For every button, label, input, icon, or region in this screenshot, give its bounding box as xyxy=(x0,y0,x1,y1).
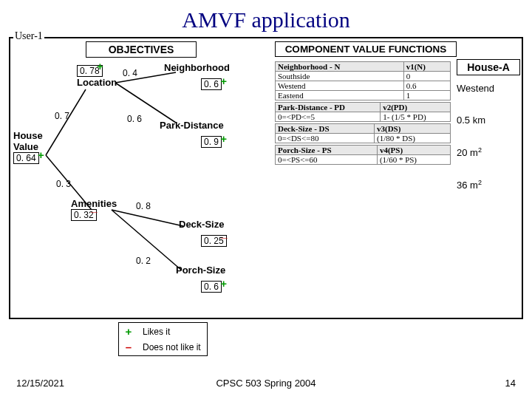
house-deck: 20 m2 xyxy=(457,146,520,158)
node-parkdist: Park-Distance xyxy=(160,120,224,131)
cvf-th: Porch-Size - PS xyxy=(276,146,378,155)
house-column: House-A Westend 0.5 km 20 m2 36 m2 xyxy=(457,41,520,212)
cvf-td: 0=<PS<=60 xyxy=(276,155,378,165)
location-label: Location xyxy=(77,77,117,88)
minus-icon: _ xyxy=(221,230,227,237)
plus-icon: + xyxy=(220,78,227,85)
node-house-value: House Value 0. 64 + xyxy=(13,130,43,164)
svg-line-0 xyxy=(46,89,86,155)
svg-line-4 xyxy=(112,210,183,226)
objectives-column: OBJECTIVES House Value 0. 64 + 0. 7 0. 3… xyxy=(12,41,270,307)
cvf-td: 1- (1/5 * PD) xyxy=(381,112,451,122)
cvf-th: v2(PD) xyxy=(381,103,451,112)
parkdist-label: Park-Distance xyxy=(160,120,224,131)
porchsize-value: 0. 6 + xyxy=(201,281,222,293)
parkdist-value-number: 0. 9 xyxy=(204,137,219,147)
edge-weight-amenities: 0. 3 xyxy=(56,179,71,189)
footer-course: CPSC 503 Spring 2004 xyxy=(0,378,532,389)
house-neighborhood: Westend xyxy=(457,83,520,94)
neighborhood-label: Neighborhood xyxy=(164,62,230,73)
node-neighborhood: Neighborhood xyxy=(164,62,230,73)
plus-icon: + xyxy=(220,135,227,143)
cvf-table-parkdist: Park-Distance - PDv2(PD) 0=<PD<=51- (1/5… xyxy=(275,102,451,122)
cvf-th: v4(PS) xyxy=(377,146,450,155)
edge-weight-neighborhood: 0. 4 xyxy=(123,68,137,78)
edge-weight-porch: 0. 2 xyxy=(136,256,151,266)
cvf-td: (1/60 * PS) xyxy=(377,155,450,165)
cvf-td: 0.6 xyxy=(403,81,450,91)
legend-dislikes: Does not like it xyxy=(138,340,205,354)
parkdist-value-box: 0. 9 + xyxy=(201,136,222,148)
user-label: User-1 xyxy=(13,30,44,42)
house-value-box: 0. 64 + xyxy=(13,152,39,164)
svg-line-3 xyxy=(115,83,176,123)
cvf-table-deck: Deck-Size - DSv3(DS) 0=<DS<=80(1/80 * DS… xyxy=(275,123,451,143)
house-header: House-A xyxy=(457,59,520,75)
legend: + Likes it – Does not like it xyxy=(118,322,208,356)
porchsize-label: Porch-Size xyxy=(176,265,225,276)
node-porchsize: Porch-Size xyxy=(176,265,225,276)
plus-icon: + xyxy=(120,324,137,338)
cvf-th: Neighborhood - N xyxy=(276,62,404,72)
location-value-box: 0. 78 + xyxy=(77,65,103,77)
cvf-table-neighborhood: Neighborhood - Nv1(N) Southside0 Westend… xyxy=(275,61,451,100)
cvf-td: Westend xyxy=(276,81,404,91)
cvf-td: (1/80 * DS) xyxy=(374,134,450,143)
cvf-th: Deck-Size - DS xyxy=(276,124,375,134)
house-porch: 36 m2 xyxy=(457,179,520,191)
node-amenities: Amenities 0. 32 _ xyxy=(71,198,117,221)
plus-icon: + xyxy=(38,151,44,159)
cvf-td: 0 xyxy=(403,72,450,81)
cvf-td: 0=<DS<=80 xyxy=(276,134,375,143)
parkdist-value: 0. 9 + xyxy=(201,136,222,148)
neighborhood-value: 0. 6 + xyxy=(201,78,222,90)
house-value-number: 0. 64 xyxy=(16,153,36,163)
decksize-label: Deck-Size xyxy=(179,219,224,230)
decksize-value: 0. 25 _ xyxy=(201,235,227,247)
edge-weight-deck: 0. 8 xyxy=(136,201,151,211)
cvf-table-porch: Porch-Size - PSv4(PS) 0=<PS<=60(1/60 * P… xyxy=(275,145,451,165)
footer-page: 14 xyxy=(505,378,516,389)
user-panel: User-1 OBJECTIVES House Value 0. 64 + 0.… xyxy=(9,37,523,319)
neighborhood-value-box: 0. 6 + xyxy=(201,78,222,90)
node-decksize: Deck-Size xyxy=(179,219,224,230)
plus-icon: + xyxy=(97,63,103,70)
edge-weight-location: 0. 7 xyxy=(55,111,69,121)
cvf-th: v1(N) xyxy=(403,62,450,72)
amenities-value-box: 0. 32 _ xyxy=(71,209,97,221)
cvf-td: Southside xyxy=(276,72,404,81)
slide-title: AMVF application xyxy=(0,0,532,37)
cvf-column: COMPONENT VALUE FUNCTIONS Neighborhood -… xyxy=(275,41,457,166)
node-location: 0. 78 + Location xyxy=(77,65,117,88)
decksize-value-box: 0. 25 _ xyxy=(201,235,227,247)
tree-lines xyxy=(12,41,270,307)
porchsize-value-box: 0. 6 + xyxy=(201,281,222,293)
plus-icon: + xyxy=(220,280,227,287)
edge-weight-parkdist: 0. 6 xyxy=(127,114,142,124)
neighborhood-value-number: 0. 6 xyxy=(204,79,219,89)
minus-icon: _ xyxy=(91,204,97,211)
cvf-th: Park-Distance - PD xyxy=(276,103,381,112)
cvf-td: 0=<PD<=5 xyxy=(276,112,381,122)
house-parkdist: 0.5 km xyxy=(457,115,520,126)
porchsize-value-number: 0. 6 xyxy=(204,282,219,292)
minus-icon: – xyxy=(120,340,137,354)
cvf-td: 1 xyxy=(403,91,450,100)
cvf-th: v3(DS) xyxy=(374,124,450,134)
cvf-td: Eastend xyxy=(276,91,404,100)
legend-likes: Likes it xyxy=(138,324,205,338)
cvf-header: COMPONENT VALUE FUNCTIONS xyxy=(275,41,457,57)
